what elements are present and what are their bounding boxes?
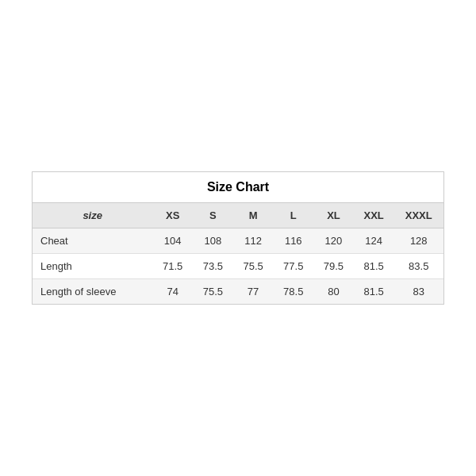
cell-2-0: 74	[152, 279, 193, 305]
size-chart-table: sizeXSSMLXLXXLXXXL Cheat1041081121161201…	[33, 203, 443, 304]
table-row: Length of sleeve7475.57778.58081.583	[33, 279, 443, 305]
cell-2-4: 80	[313, 279, 354, 305]
cell-1-0: 71.5	[152, 254, 193, 279]
cell-2-2: 77	[233, 279, 274, 305]
column-header-s: S	[193, 203, 233, 228]
column-header-l: L	[273, 203, 313, 228]
cell-0-5: 124	[354, 228, 394, 254]
table-row: Cheat104108112116120124128	[33, 228, 443, 254]
cell-1-4: 79.5	[313, 254, 354, 279]
column-header-m: M	[233, 203, 274, 228]
row-label-2: Length of sleeve	[33, 279, 152, 305]
cell-1-6: 83.5	[393, 254, 443, 279]
column-header-xs: XS	[152, 203, 193, 228]
column-header-xl: XL	[313, 203, 354, 228]
cell-1-5: 81.5	[354, 254, 394, 279]
row-label-0: Cheat	[33, 228, 152, 254]
cell-2-5: 81.5	[354, 279, 394, 305]
column-header-xxxl: XXXL	[393, 203, 443, 228]
column-header-xxl: XXL	[354, 203, 394, 228]
cell-1-2: 75.5	[233, 254, 274, 279]
cell-0-4: 120	[313, 228, 354, 254]
cell-2-1: 75.5	[193, 279, 233, 305]
cell-1-3: 77.5	[273, 254, 313, 279]
cell-0-2: 112	[233, 228, 274, 254]
cell-0-6: 128	[393, 228, 443, 254]
cell-0-1: 108	[193, 228, 233, 254]
cell-0-0: 104	[152, 228, 193, 254]
cell-2-3: 78.5	[273, 279, 313, 305]
size-chart-container: Size Chart sizeXSSMLXLXXLXXXL Cheat10410…	[32, 171, 444, 305]
cell-0-3: 116	[273, 228, 313, 254]
column-header-size: size	[33, 203, 152, 228]
table-header-row: sizeXSSMLXLXXLXXXL	[33, 203, 443, 228]
table-row: Length71.573.575.577.579.581.583.5	[33, 254, 443, 279]
row-label-1: Length	[33, 254, 152, 279]
table-title: Size Chart	[33, 172, 443, 203]
cell-2-6: 83	[393, 279, 443, 305]
cell-1-1: 73.5	[193, 254, 233, 279]
table-body: Cheat104108112116120124128Length71.573.5…	[33, 228, 443, 305]
